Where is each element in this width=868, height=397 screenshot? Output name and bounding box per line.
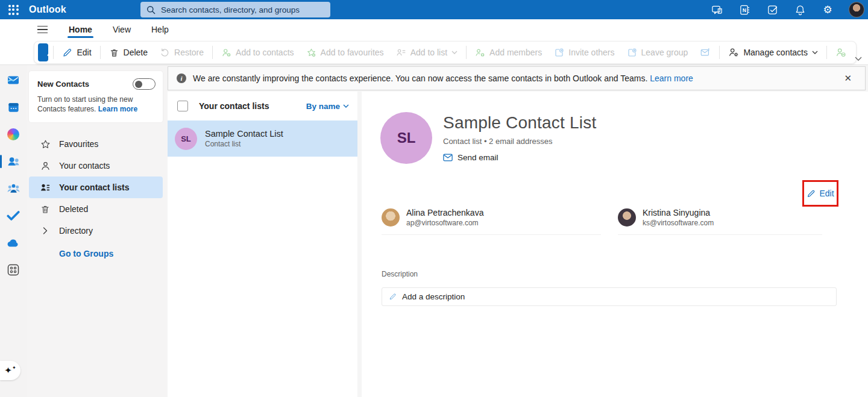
svg-text:N: N: [742, 7, 746, 13]
add-members-label: Add members: [489, 48, 542, 57]
banner-learn-more-link[interactable]: Learn more: [650, 73, 693, 83]
add-description-field[interactable]: Add a description: [382, 287, 837, 306]
rail-todo-icon[interactable]: [5, 208, 22, 224]
leave-group-icon: [627, 48, 637, 58]
edit-button-label: Edit: [819, 189, 834, 198]
member-email: ks@virtosoftware.com: [643, 219, 714, 227]
add-to-favourites-label: Add to favourites: [321, 48, 384, 57]
rail-calendar-icon[interactable]: [5, 99, 22, 115]
new-contacts-learn-more-link[interactable]: Learn more: [98, 105, 137, 113]
tab-home[interactable]: Home: [68, 21, 93, 38]
people-list-icon: [396, 48, 406, 58]
account-avatar[interactable]: [849, 2, 864, 17]
sidebar-item-favourites[interactable]: Favourites: [29, 133, 163, 155]
edit-toolbar-button[interactable]: Edit: [56, 43, 97, 61]
add-members-button[interactable]: Add members: [469, 43, 548, 61]
sparkle-small-icon: ✦: [12, 365, 16, 370]
new-contact-button[interactable]: New contact: [38, 43, 48, 61]
app-launcher-icon[interactable]: [0, 0, 27, 19]
ribbon: Home View Help New contact Edit Delete R…: [0, 19, 868, 65]
add-to-favourites-button[interactable]: Add to favourites: [300, 43, 390, 61]
person-add-icon: [221, 48, 231, 58]
copilot-sparkle-button[interactable]: ✦✦: [0, 361, 20, 380]
gear-glyph: ⚙: [823, 5, 832, 15]
invite-icon: [554, 48, 564, 58]
new-contacts-title: New Contacts: [37, 80, 89, 89]
contact-lists-panel: Your contact lists By name SL Sample Con…: [168, 92, 357, 397]
contact-list-row[interactable]: SL Sample Contact List Contact list: [168, 120, 357, 157]
contact-list-subtitle: Contact list • 2 email addresses: [443, 137, 596, 146]
edit-toolbar-label: Edit: [77, 48, 91, 57]
banner-message: We are constantly improving the contacts…: [193, 73, 650, 83]
blocked-contacts-button[interactable]: [829, 43, 852, 61]
send-email-toolbar-button[interactable]: [694, 43, 717, 61]
description-label: Description: [382, 270, 837, 278]
member-item[interactable]: Kristina Sinyugina ks@virtosoftware.com: [618, 208, 822, 235]
rail-more-apps-icon[interactable]: [5, 262, 22, 278]
new-contacts-toggle[interactable]: [133, 78, 156, 90]
delete-toolbar-button[interactable]: Delete: [103, 43, 154, 61]
people-add-icon: [475, 48, 485, 58]
leave-group-button[interactable]: Leave group: [621, 43, 694, 61]
new-contact-main[interactable]: New contact: [38, 43, 48, 61]
sort-by-name-dropdown[interactable]: By name: [306, 102, 349, 111]
list-row-title: Sample Contact List: [205, 129, 283, 139]
ribbon-collapse-chevron[interactable]: [854, 55, 863, 62]
delete-toolbar-label: Delete: [124, 48, 148, 57]
star-add-icon: [306, 48, 316, 58]
info-banner: i We are constantly improving the contac…: [168, 66, 866, 90]
send-email-button[interactable]: Send email: [443, 153, 498, 162]
list-header-title: Your contact lists: [199, 101, 269, 111]
topbar-actions: N ⚙: [710, 0, 864, 19]
sidebar-item-label: Favourites: [59, 139, 98, 149]
sidebar-item-deleted[interactable]: Deleted: [29, 198, 163, 220]
app-title: Outlook: [29, 4, 66, 15]
waffle-grid-icon: [8, 5, 19, 15]
rail-onedrive-icon[interactable]: [5, 235, 22, 251]
sidebar-item-directory[interactable]: Directory: [29, 220, 163, 242]
add-to-contacts-button[interactable]: Add to contacts: [215, 43, 300, 61]
tab-view[interactable]: View: [112, 21, 132, 38]
tab-help[interactable]: Help: [150, 21, 170, 38]
notifications-bell-icon[interactable]: [793, 3, 807, 16]
sidebar-item-label: Directory: [59, 226, 93, 236]
person-gear-icon: [728, 47, 739, 58]
invite-others-button[interactable]: Invite others: [548, 43, 620, 61]
go-to-groups-link[interactable]: Go to Groups: [59, 249, 163, 258]
pencil-icon: [807, 189, 816, 198]
teams-chat-icon[interactable]: [710, 3, 723, 16]
envelope-icon: [443, 154, 453, 161]
hamburger-menu-icon[interactable]: [35, 22, 49, 37]
sidebar-item-your-contact-lists[interactable]: Your contact lists: [29, 177, 163, 198]
chevron-down-icon: [451, 51, 458, 54]
sidebar: New Contacts Turn on to start using the …: [27, 65, 168, 397]
send-email-label: Send email: [458, 153, 498, 162]
banner-close-icon[interactable]: ✕: [839, 70, 857, 86]
edit-button[interactable]: Edit: [807, 189, 834, 198]
person-icon: [40, 161, 51, 171]
add-to-list-button[interactable]: Add to list: [390, 43, 464, 61]
list-row-avatar: SL: [175, 128, 197, 150]
search-placeholder: Search contacts, directory, and groups: [161, 5, 300, 14]
settings-gear-icon[interactable]: ⚙: [821, 3, 834, 16]
rail-people-icon[interactable]: [5, 154, 22, 169]
pencil-icon: [389, 293, 397, 301]
onenote-feed-icon[interactable]: N: [738, 3, 751, 16]
ribbon-toolbar: New contact Edit Delete Restore Add to c…: [34, 41, 857, 64]
restore-toolbar-button[interactable]: Restore: [154, 43, 210, 61]
search-input[interactable]: Search contacts, directory, and groups: [140, 2, 330, 17]
manage-contacts-button[interactable]: Manage contacts: [722, 43, 824, 61]
select-all-checkbox[interactable]: [177, 101, 188, 111]
todo-icon[interactable]: [766, 3, 779, 16]
contact-detail-panel: SL Sample Contact List Contact list • 2 …: [362, 92, 868, 397]
panels: Your contact lists By name SL Sample Con…: [168, 92, 868, 397]
member-email: ap@virtosoftware.com: [406, 219, 483, 227]
sidebar-item-your-contacts[interactable]: Your contacts: [29, 155, 163, 177]
info-icon: i: [177, 73, 186, 83]
rail-groups-icon[interactable]: [5, 181, 22, 196]
member-name: Kristina Sinyugina: [643, 208, 714, 217]
rail-mail-icon[interactable]: [5, 72, 22, 88]
pencil-icon: [62, 48, 72, 58]
rail-copilot-icon[interactable]: [5, 127, 22, 142]
member-item[interactable]: Alina Petrachenkava ap@virtosoftware.com: [382, 208, 601, 235]
